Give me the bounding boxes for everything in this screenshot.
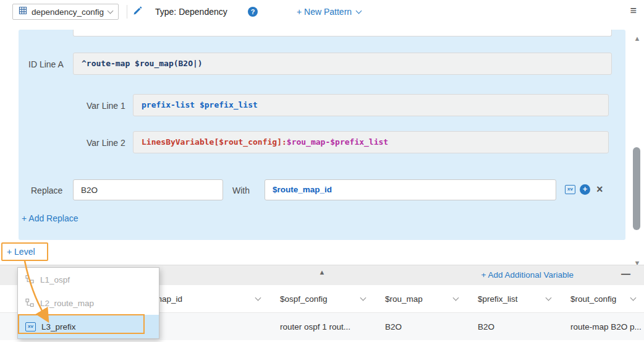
id-line-a-value: ^route-map $rou_map(B2O|) [82,59,203,68]
help-icon[interactable]: ? [248,7,258,17]
column-header-rou-map[interactable]: $rou_map [374,285,467,312]
minimize-table-icon[interactable]: — [621,268,630,279]
pattern-selector-value: dependency_config [32,7,104,17]
chevron-down-icon[interactable] [546,295,552,301]
annotation-box-level: + Level [1,242,48,261]
var-line-2-input[interactable]: LinesByVariable[$rout_config]:$rou_map-$… [133,131,609,153]
var-line-1-input[interactable]: prefix-list $prefix_list [133,94,609,116]
pattern-editor-panel: ID Line A ^route-map $rou_map(B2O|) Var … [19,30,625,240]
level-option-l1-ospf[interactable]: L1_ospf [18,268,159,291]
table-cell: route-map B2O p... [559,313,644,340]
chevron-down-icon [356,8,362,14]
edit-pattern-icon[interactable] [133,6,142,18]
chevron-down-icon[interactable] [360,295,366,301]
with-label: With [232,186,250,195]
new-pattern-button[interactable]: + New Pattern [297,7,361,17]
cell-value: B2O [478,322,494,331]
var-line-2-value-function: LinesByVariable[$rout_config]: [142,137,287,147]
level-option-label: L3_prefix [41,322,76,331]
scrollbar-thumb[interactable] [633,147,640,230]
scrolled-input-remnant [73,30,612,36]
var-line-1-value: prefix-list $prefix_list [142,100,258,109]
app-window: dependency_config Type: Dependency ? + N… [0,0,644,342]
id-line-a-label: ID Line A [28,59,64,69]
hierarchy-icon [25,275,35,285]
level-option-label: L1_ospf [40,275,70,284]
column-label: $prefix_list [478,294,518,304]
cell-value: route-map B2O p... [570,322,642,331]
cell-value: B2O [385,322,402,331]
replace-input[interactable] [73,179,223,200]
column-label: $rout_config [570,294,616,304]
var-line-2-value-variables: $rou_map-$prefix_list [287,137,388,147]
add-additional-variable-link[interactable]: + Add Additional Variable [481,270,574,280]
pattern-type-label: Type: Dependency [155,7,227,17]
table-grid-icon [19,6,27,17]
add-replace-row-icon[interactable]: + [580,184,590,195]
var-line-2-label: Var Line 2 [87,138,125,148]
column-header-rout-config[interactable]: $rout_config [559,285,644,312]
topbar: dependency_config Type: Dependency ? + N… [0,0,644,24]
with-input[interactable]: $route_map_id [265,179,556,200]
column-header-ospf-config[interactable]: $ospf_config [269,285,374,312]
id-line-a-input[interactable]: ^route-map $rou_map(B2O|) [73,53,612,75]
pattern-selector[interactable]: dependency_config [12,4,119,20]
table-cell: router ospf 1 rout... [269,313,374,340]
chevron-down-icon [108,8,114,14]
chevron-down-icon[interactable] [453,295,459,301]
new-pattern-label: + New Pattern [297,7,352,17]
level-option-l2-route-map[interactable]: L2_route_map [18,291,159,315]
cell-value: router ospf 1 rout... [280,322,350,331]
replace-label: Replace [31,186,62,195]
level-option-label: L2_route_map [40,299,94,308]
column-label: $rou_map [385,294,423,304]
var-line-1-label: Var Line 1 [87,101,125,111]
level-dropdown-menu: L1_ospf L2_route_map xv L3_prefix [17,267,159,339]
remove-replace-row-icon[interactable]: × [596,184,603,195]
add-level-link[interactable]: + Level [7,247,35,257]
divider [127,5,127,19]
column-header-prefix-list[interactable]: $prefix_list [467,285,559,312]
with-value: $route_map_id [273,185,332,194]
chevron-down-icon[interactable] [255,295,261,301]
column-label: $ospf_config [280,294,328,304]
chevron-down-icon[interactable] [630,295,637,301]
table-cell: B2O [467,313,559,340]
variable-icon: xv [25,322,36,331]
level-option-l3-prefix[interactable]: xv L3_prefix [18,315,159,338]
menu-icon[interactable]: ≡ [630,4,637,17]
hierarchy-icon [25,298,35,309]
table-cell: B2O [374,313,467,340]
collapse-table-icon[interactable]: ▲ [319,268,326,276]
insert-variable-icon[interactable]: xv [565,185,575,194]
add-replace-link[interactable]: + Add Replace [22,213,78,223]
scroll-up-icon[interactable]: ▲ [632,35,643,42]
